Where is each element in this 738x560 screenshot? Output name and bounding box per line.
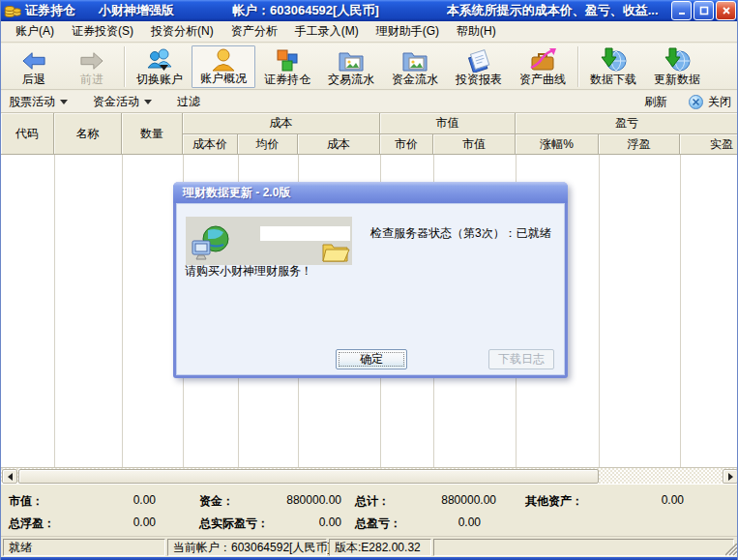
summary-other-assets-label: 其他资产：	[525, 493, 583, 510]
summary-total-float-label: 总浮盈：	[9, 516, 55, 532]
chevron-down-icon	[144, 100, 152, 104]
dialog-server-status: 检查服务器状态（第3次）：已就绪	[370, 225, 551, 242]
account-overview-icon	[211, 46, 236, 72]
summary-market-value: 0.00	[133, 493, 156, 507]
dialog-title-bar[interactable]: 理财数据更新 - 2.0版	[173, 182, 568, 203]
summary-total-actual-label: 总实际盈亏：	[199, 516, 269, 532]
table-header: 代码 名称 数量 成本 市值 盈亏 成本价 均价 成本 市价 市值 涨幅% 浮盈…	[1, 113, 738, 155]
trade-flow-folder-icon	[338, 47, 365, 73]
filter-button[interactable]: 过滤	[177, 94, 200, 110]
update-data-button[interactable]: 更新数据	[645, 45, 709, 88]
grid-line	[122, 155, 123, 467]
trade-flow-button[interactable]: 交易流水	[319, 45, 383, 88]
horizontal-scrollbar[interactable]	[1, 467, 738, 484]
toolbar-separator	[577, 46, 578, 87]
status-state: 就绪	[3, 539, 165, 556]
download-log-button: 下载日志	[488, 349, 554, 369]
col-header-avg-price[interactable]: 均价	[238, 134, 298, 155]
menu-item-securities-investment[interactable]: 证券投资(S)	[63, 21, 142, 42]
data-download-icon	[600, 47, 627, 73]
maximize-button[interactable]	[694, 1, 714, 20]
dialog-body: 请购买小财神理财服务！ 检查服务器状态（第3次）：已就绪 确定 下载日志	[176, 203, 565, 375]
data-download-button[interactable]: 数据下载	[581, 45, 645, 88]
triangle-right-icon	[728, 473, 733, 481]
menu-item-investment-analysis[interactable]: 投资分析(N)	[142, 21, 222, 42]
menu-item-asset-analysis[interactable]: 资产分析	[222, 21, 286, 42]
col-header-quantity[interactable]: 数量	[122, 113, 183, 155]
window-controls	[671, 1, 736, 20]
globe-computer-icon	[189, 223, 231, 266]
window-edition: 小财神增强版	[99, 2, 174, 19]
title-bar: 证券持仓 小财神增强版 帐户：603064592[人民币] 本系统所提示的成本价…	[1, 0, 738, 21]
summary-total: 880000.00	[441, 493, 496, 507]
triangle-left-icon	[8, 473, 13, 481]
menu-item-help[interactable]: 帮助(H)	[448, 21, 505, 42]
scrollbar-thumb[interactable]	[18, 469, 599, 484]
chevron-down-icon	[60, 100, 68, 104]
forward-button: 前进	[63, 45, 121, 88]
col-header-real-profit[interactable]: 实盈	[680, 134, 738, 155]
menu-bar: 账户(A) 证券投资(S) 投资分析(N) 资产分析 手工录入(M) 理财助手(…	[1, 21, 738, 43]
col-header-name[interactable]: 名称	[54, 113, 122, 155]
dialog-promo-text: 请购买小财神理财服务！	[185, 263, 312, 280]
col-header-market-price[interactable]: 市价	[380, 134, 433, 155]
securities-holdings-button[interactable]: 证券持仓	[255, 45, 319, 88]
window-title: 证券持仓	[25, 2, 75, 19]
menu-item-account[interactable]: 账户(A)	[7, 21, 63, 42]
ok-button[interactable]: 确定	[336, 349, 407, 369]
grid-line	[680, 155, 681, 467]
switch-account-icon	[146, 47, 173, 73]
group-header-market-value[interactable]: 市值	[380, 113, 516, 134]
scroll-left-button[interactable]	[2, 469, 17, 484]
activity-bar: 股票活动 资金活动 过滤 刷新 关闭	[1, 91, 738, 113]
close-button[interactable]	[716, 1, 736, 20]
investment-report-icon	[465, 47, 492, 73]
update-dialog: 理财数据更新 - 2.0版 请购买小	[173, 182, 568, 378]
col-header-change-pct[interactable]: 涨幅%	[516, 134, 599, 155]
status-version: 版本:E282.00.32	[329, 539, 431, 556]
menu-item-finance-assistant[interactable]: 理财助手(G)	[368, 21, 448, 42]
asset-curve-button[interactable]: 资产曲线	[511, 45, 575, 88]
summary-funds: 880000.00	[286, 493, 341, 507]
summary-funds-label: 资金：	[199, 493, 234, 510]
minimize-button[interactable]	[671, 1, 692, 20]
summary-total-pl-label: 总盈亏：	[355, 516, 401, 532]
status-bar: 就绪 当前帐户：603064592[人民币] 版本:E282.00.32	[1, 536, 738, 557]
summary-panel: 市值： 0.00 资金： 880000.00 总计： 880000.00 其他资…	[1, 484, 738, 536]
fund-activity-dropdown[interactable]: 资金活动	[93, 94, 152, 110]
summary-total-actual: 0.00	[319, 516, 341, 529]
stock-activity-dropdown[interactable]: 股票活动	[9, 94, 68, 110]
blue-ball-x-icon	[689, 95, 703, 109]
col-header-cost-price[interactable]: 成本价	[183, 134, 238, 155]
scroll-right-button[interactable]	[723, 469, 738, 484]
col-header-cost[interactable]: 成本	[298, 134, 380, 155]
col-header-market-value[interactable]: 市值	[433, 134, 516, 155]
asset-curve-icon	[528, 47, 557, 73]
group-header-profit-loss[interactable]: 盈亏	[516, 113, 738, 134]
menu-item-manual-entry[interactable]: 手工录入(M)	[286, 21, 368, 42]
summary-total-label: 总计：	[355, 493, 390, 510]
dialog-title: 理财数据更新 - 2.0版	[183, 185, 290, 201]
toolbar-separator	[124, 46, 125, 87]
fund-flow-button[interactable]: 资金流水	[383, 45, 447, 88]
refresh-button[interactable]: 刷新	[644, 94, 667, 110]
update-data-icon	[664, 47, 691, 73]
investment-report-button[interactable]: 投资报表	[447, 45, 511, 88]
status-account: 当前帐户：603064592[人民币]	[167, 539, 327, 556]
app-window: 证券持仓 小财神增强版 帐户：603064592[人民币] 本系统所提示的成本价…	[0, 0, 738, 560]
folder-icon	[321, 239, 350, 264]
account-overview-button[interactable]: 账户概况	[192, 45, 255, 88]
holdings-cubes-icon	[275, 47, 300, 73]
group-header-cost[interactable]: 成本	[183, 113, 380, 134]
summary-market-value-label: 市值：	[9, 493, 44, 510]
status-empty-panel	[433, 539, 734, 556]
close-view-button[interactable]: 关闭	[708, 94, 731, 110]
col-header-code[interactable]: 代码	[1, 113, 54, 155]
back-button[interactable]: 后退	[5, 45, 63, 88]
col-header-float-profit[interactable]: 浮盈	[599, 134, 680, 155]
grid-line	[54, 155, 55, 467]
summary-total-pl: 0.00	[458, 516, 481, 529]
forward-arrow-icon	[78, 47, 105, 73]
switch-account-button[interactable]: 切换账户	[128, 45, 192, 88]
resize-grip-icon[interactable]	[725, 544, 738, 556]
